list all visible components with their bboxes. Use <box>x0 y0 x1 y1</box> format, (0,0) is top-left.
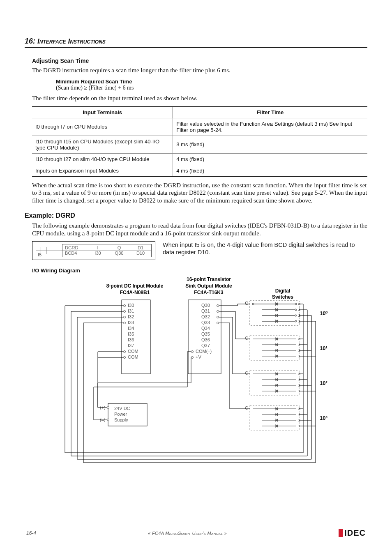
output-mod-l3: FC4A-T16K3 <box>194 290 224 295</box>
svg-point-24 <box>217 322 219 324</box>
svg-point-6 <box>124 316 126 318</box>
adjusting-p2: The filter time depends on the input ter… <box>32 94 367 102</box>
filter-table: Input Terminals Filter Time I0 through I… <box>32 106 367 177</box>
svg-text:Q35: Q35 <box>201 332 210 336</box>
svg-rect-75 <box>250 371 299 395</box>
input-terminals: I30 I31 I32 I33 I34 I35 I36 I37 COM COM <box>124 303 138 359</box>
svg-text:I35: I35 <box>128 332 134 336</box>
chapter-header: 16: Interface Instructions <box>25 37 367 48</box>
svg-point-4 <box>124 311 126 313</box>
svg-rect-93 <box>250 405 299 430</box>
svg-point-8 <box>124 322 126 324</box>
svg-text:C: C <box>245 405 248 410</box>
exp-1: 10¹ <box>320 345 327 351</box>
col-q-val: Q30 <box>115 251 124 256</box>
svg-point-18 <box>217 305 219 307</box>
svg-point-157 <box>107 419 109 421</box>
col-q-head: Q <box>115 245 124 251</box>
svg-text:I37: I37 <box>128 343 134 348</box>
ladder-desc: When input I5 is on, the 4-digit value f… <box>163 241 367 260</box>
manual-title: « FC4A MicroSmart User's Manual » <box>148 531 227 536</box>
col-i-val: I30 <box>95 251 101 256</box>
table-row: I10 through I15 on CPU Modules (except s… <box>32 136 367 153</box>
svg-point-14 <box>124 351 126 353</box>
ps-l3: Supply <box>114 417 128 422</box>
svg-text:Q32: Q32 <box>201 314 210 319</box>
io-wiring-diagram: 8-point DC Input Module FC4A-N08B1 16-po… <box>32 276 367 481</box>
output-mod-l2: Sink Output Module <box>185 283 232 289</box>
table-row: I0 through I7 on CPU Modules Filter valu… <box>32 118 367 136</box>
cell: I10 through I15 on CPU Modules (except s… <box>32 136 173 153</box>
ps-l1: 24V DC <box>114 406 130 411</box>
svg-text:COM(–): COM(–) <box>196 349 212 354</box>
svg-marker-60 <box>275 338 278 340</box>
svg-rect-34 <box>250 301 299 325</box>
scan-formula: (Scan time) ≥ (Filter time) + 6 ms <box>56 85 367 91</box>
svg-point-156 <box>107 407 109 409</box>
svg-text:COM: COM <box>128 349 138 354</box>
svg-marker-87 <box>275 390 278 392</box>
svg-text:I32: I32 <box>128 314 134 319</box>
cell: Inputs on Expansion Input Modules <box>32 165 173 176</box>
svg-point-16 <box>124 357 126 359</box>
chapter-word-b: Instructions <box>68 37 105 45</box>
svg-marker-78 <box>275 373 278 375</box>
svg-text:Q30: Q30 <box>201 303 210 308</box>
svg-text:I30: I30 <box>128 303 134 308</box>
svg-rect-57 <box>250 336 299 360</box>
svg-text:I34: I34 <box>128 326 134 331</box>
th-input-terminals: Input Terminals <box>32 106 173 118</box>
idec-logo: IDEC <box>339 528 366 538</box>
cell: 3 ms (fixed) <box>173 136 367 153</box>
adjusting-p1: The DGRD instruction requires a scan tim… <box>32 67 367 74</box>
svg-marker-81 <box>275 378 278 381</box>
page-number: 16-4 <box>26 530 36 536</box>
svg-rect-0 <box>122 300 150 374</box>
adjusting-heading: Adjusting Scan Time <box>32 58 367 64</box>
ladder-diagram: I5 DGRD BCD4 I I30 Q Q30 D1 D10 <box>32 241 155 260</box>
logo-square-icon <box>339 529 343 537</box>
svg-text:Q36: Q36 <box>201 337 210 342</box>
svg-marker-84 <box>275 384 278 387</box>
exp-0: 10⁰ <box>320 310 328 316</box>
chapter-number: 16: <box>25 37 35 45</box>
svg-point-20 <box>217 311 219 313</box>
svg-marker-69 <box>275 355 278 357</box>
svg-point-2 <box>124 305 126 307</box>
svg-point-30 <box>191 351 194 353</box>
svg-text:C: C <box>245 336 248 341</box>
exp-2: 10² <box>320 380 327 386</box>
svg-marker-99 <box>275 413 278 416</box>
table-row: I10 through I27 on slim 40-I/O type CPU … <box>32 153 367 165</box>
svg-point-32 <box>191 357 194 359</box>
cell: Filter value selected in the Function Ar… <box>173 118 367 136</box>
table-row: Inputs on Expansion Input Modules 4 ms (… <box>32 165 367 176</box>
col-d-head: D1 <box>136 245 145 251</box>
svg-text:COM: COM <box>128 355 138 359</box>
svg-text:C: C <box>245 371 248 375</box>
svg-marker-63 <box>275 343 278 346</box>
exp-3: 10³ <box>320 415 327 421</box>
svg-marker-96 <box>275 408 278 410</box>
example-p: The following example demonstrates a pro… <box>32 222 367 237</box>
cell: I0 through I7 on CPU Modules <box>32 118 173 136</box>
svg-marker-102 <box>275 419 278 421</box>
ds-label-2: Switches <box>272 294 293 300</box>
after-table-p: When the actual scan time is too short t… <box>32 182 367 205</box>
page-footer: 16-4 « FC4A MicroSmart User's Manual » I… <box>26 528 366 538</box>
io-diagram-heading: I/O Wiring Diagram <box>32 267 367 274</box>
col-d-val: D10 <box>136 251 145 256</box>
digital-switches: C 8 4 2 1 <box>245 301 300 325</box>
input-mod-l1: 8-point DC Input Module <box>106 283 164 289</box>
output-terminals: Q30 Q31 Q32 Q33 Q34 Q35 Q36 Q37 COM(–) +… <box>191 303 219 359</box>
cell: I10 through I27 on slim 40-I/O type CPU … <box>32 153 173 165</box>
contact-label: I5 <box>38 252 42 257</box>
chapter-word-a: Interface <box>37 37 66 45</box>
cell: 4 ms (fixed) <box>173 165 367 176</box>
svg-text:Q31: Q31 <box>201 309 210 313</box>
svg-text:I36: I36 <box>128 337 134 342</box>
svg-text:+V: +V <box>196 355 201 359</box>
svg-point-22 <box>217 316 219 318</box>
col-i-head: I <box>95 245 101 251</box>
ds-label-1: Digital <box>275 288 291 294</box>
